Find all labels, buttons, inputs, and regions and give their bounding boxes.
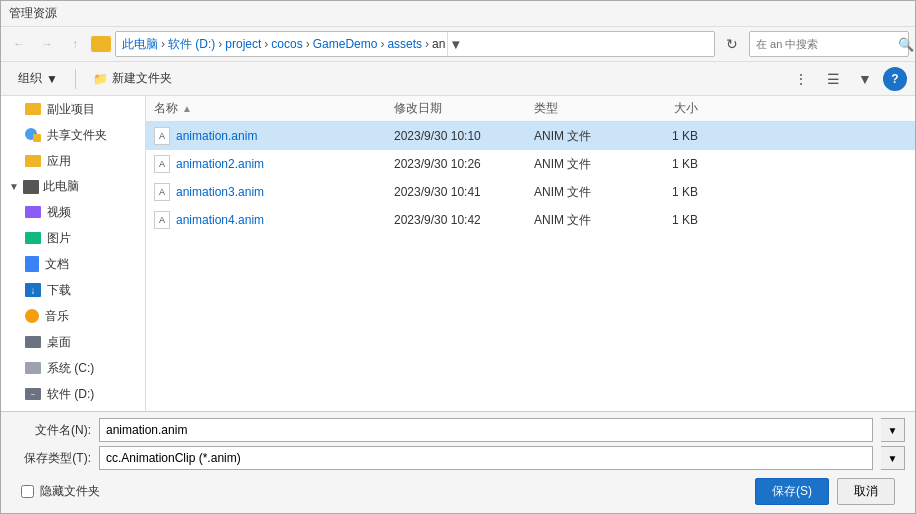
organize-button[interactable]: 组织 ▼: [9, 66, 67, 91]
file-size-2: 1 KB: [634, 185, 714, 199]
bottom-footer: 隐藏文件夹 保存(S) 取消: [11, 474, 905, 507]
window: 管理资源 ← → ↑ 此电脑 › 软件 (D:) › project › coc…: [0, 0, 916, 514]
new-folder-label: 新建文件夹: [112, 70, 172, 87]
file-name-0: animation.anim: [176, 129, 394, 143]
toolbar-right: ⋮ ☰ ▼ ?: [787, 67, 907, 91]
toolbar-separator: [75, 69, 76, 89]
file-date-3: 2023/9/30 10:42: [394, 213, 534, 227]
breadcrumb-item-2[interactable]: project: [225, 37, 261, 51]
table-row[interactable]: A animation3.anim 2023/9/30 10:41 ANIM 文…: [146, 178, 915, 206]
col-header-date[interactable]: 修改日期: [394, 100, 534, 117]
sidebar-item-video[interactable]: 视频: [1, 199, 145, 225]
sidebar-label-doc: 文档: [45, 256, 69, 273]
hide-files-label: 隐藏文件夹: [40, 483, 100, 500]
help-label: ?: [891, 72, 898, 86]
sidebar-label-0: 副业项目: [47, 101, 95, 118]
filename-dropdown-btn[interactable]: ▼: [881, 418, 905, 442]
search-icon: 🔍: [898, 37, 914, 52]
breadcrumb-item-3[interactable]: cocos: [271, 37, 302, 51]
sidebar-computer-header[interactable]: ▼ 此电脑: [1, 174, 145, 199]
toolbar: 组织 ▼ 📁 新建文件夹 ⋮ ☰ ▼ ?: [1, 62, 915, 96]
title-bar: 管理资源: [1, 1, 915, 27]
file-area: 名称 ▲ 修改日期 类型 大小 A animation.anim: [146, 96, 915, 411]
music-icon: [25, 309, 39, 323]
view-list-button[interactable]: ☰: [819, 67, 847, 91]
sidebar: 副业项目 共享文件夹 应用 ▼ 此电脑 视频: [1, 96, 146, 411]
table-row[interactable]: A animation.anim 2023/9/30 10:10 ANIM 文件…: [146, 122, 915, 150]
organize-label: 组织: [18, 70, 42, 87]
main-area: 副业项目 共享文件夹 应用 ▼ 此电脑 视频: [1, 96, 915, 411]
view-list-icon: ☰: [827, 71, 840, 87]
file-list-header: 名称 ▲ 修改日期 类型 大小: [146, 96, 915, 122]
organize-chevron: ▼: [46, 72, 58, 86]
new-folder-button[interactable]: 📁 新建文件夹: [84, 66, 181, 91]
sidebar-item-0[interactable]: 副业项目: [1, 96, 145, 122]
table-row[interactable]: A animation4.anim 2023/9/30 10:42 ANIM 文…: [146, 206, 915, 234]
col-header-size[interactable]: 大小: [634, 100, 714, 117]
file-size-0: 1 KB: [634, 129, 714, 143]
shared-icon: [25, 128, 41, 142]
view-toggle-button[interactable]: ⋮: [787, 67, 815, 91]
col-header-name[interactable]: 名称 ▲: [154, 100, 394, 117]
sidebar-label-softD: 软件 (D:): [47, 386, 94, 403]
filename-label: 文件名(N):: [11, 422, 91, 439]
sidebar-item-softD[interactable]: − 软件 (D:): [1, 381, 145, 407]
filetype-row: 保存类型(T): ▼: [11, 446, 905, 470]
sidebar-label-computer: 此电脑: [43, 178, 79, 195]
table-row[interactable]: A animation2.anim 2023/9/30 10:26 ANIM 文…: [146, 150, 915, 178]
filename-row: 文件名(N): ▼: [11, 418, 905, 442]
file-type-0: ANIM 文件: [534, 128, 634, 145]
help-button[interactable]: ?: [883, 67, 907, 91]
doc-icon: [25, 256, 39, 272]
search-bar: 🔍: [749, 31, 909, 57]
file-size-3: 1 KB: [634, 213, 714, 227]
file-date-0: 2023/9/30 10:10: [394, 129, 534, 143]
forward-button[interactable]: →: [35, 32, 59, 56]
hide-files-checkbox[interactable]: [21, 485, 34, 498]
sidebar-label-music: 音乐: [45, 308, 69, 325]
breadcrumb-dropdown-btn[interactable]: ▼: [447, 31, 463, 57]
view-dropdown-icon: ▼: [858, 71, 872, 87]
search-input[interactable]: [756, 38, 894, 50]
sidebar-item-doc[interactable]: 文档: [1, 251, 145, 277]
breadcrumb-item-0[interactable]: 此电脑: [122, 36, 158, 53]
window-title: 管理资源: [9, 5, 57, 22]
filetype-input: [99, 446, 873, 470]
picture-icon: [25, 232, 41, 244]
folder-app-icon: [25, 155, 41, 167]
sidebar-label-1: 共享文件夹: [47, 127, 107, 144]
sidebar-item-download[interactable]: ↓ 下载: [1, 277, 145, 303]
sidebar-label-sysC: 系统 (C:): [47, 360, 94, 377]
save-button[interactable]: 保存(S): [755, 478, 829, 505]
breadcrumb-item-4[interactable]: GameDemo: [313, 37, 378, 51]
cancel-button[interactable]: 取消: [837, 478, 895, 505]
sidebar-item-music[interactable]: 音乐: [1, 303, 145, 329]
breadcrumb-item-5[interactable]: assets: [387, 37, 422, 51]
view-dropdown-button[interactable]: ▼: [851, 67, 879, 91]
breadcrumb-bar: 此电脑 › 软件 (D:) › project › cocos › GameDe…: [115, 31, 715, 57]
refresh-button[interactable]: ↻: [719, 31, 745, 57]
computer-icon: [23, 180, 39, 194]
filetype-label: 保存类型(T):: [11, 450, 91, 467]
sidebar-item-1[interactable]: 共享文件夹: [1, 122, 145, 148]
sidebar-item-sysC[interactable]: 系统 (C:): [1, 355, 145, 381]
filetype-dropdown-btn[interactable]: ▼: [881, 446, 905, 470]
sidebar-label-desktop: 桌面: [47, 334, 71, 351]
sidebar-label-2: 应用: [47, 153, 71, 170]
folder-icon: [91, 36, 111, 52]
filename-input[interactable]: [99, 418, 873, 442]
up-button[interactable]: ↑: [63, 32, 87, 56]
system-drive-icon: [25, 362, 41, 374]
sidebar-item-desktop[interactable]: 桌面: [1, 329, 145, 355]
sidebar-item-picture[interactable]: 图片: [1, 225, 145, 251]
sidebar-item-2[interactable]: 应用: [1, 148, 145, 174]
breadcrumb-item-1[interactable]: 软件 (D:): [168, 36, 215, 53]
file-type-1: ANIM 文件: [534, 156, 634, 173]
hide-files-checkbox-area[interactable]: 隐藏文件夹: [21, 483, 100, 500]
file-date-2: 2023/9/30 10:41: [394, 185, 534, 199]
col-header-type[interactable]: 类型: [534, 100, 634, 117]
back-button[interactable]: ←: [7, 32, 31, 56]
file-name-1: animation2.anim: [176, 157, 394, 171]
footer-buttons: 保存(S) 取消: [755, 478, 895, 505]
sidebar-label-video: 视频: [47, 204, 71, 221]
